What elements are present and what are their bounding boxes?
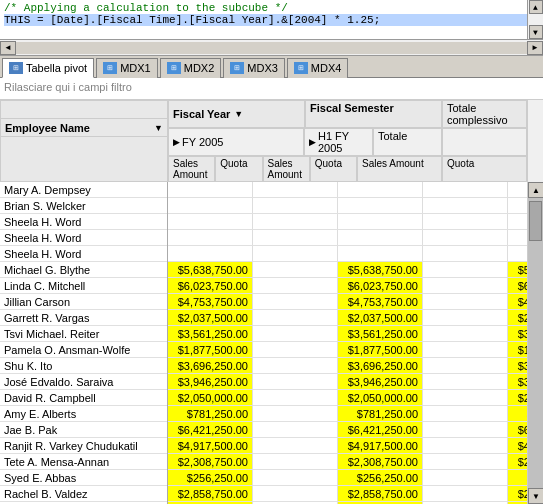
cell-r0-c3 (423, 182, 508, 197)
tab-mdx2-label: MDX2 (184, 62, 215, 74)
cell-r10-c1 (253, 342, 338, 357)
cell-r5-c0: $5,638,750.00 (168, 262, 253, 277)
employee-row-1: Brian S. Welcker (0, 198, 167, 214)
fiscal-year-dropdown[interactable]: ▼ (234, 109, 243, 119)
cell-r19-c1 (253, 486, 338, 501)
sa-tc-header: Sales Amount (357, 156, 442, 182)
cell-r9-c0: $3,561,250.00 (168, 326, 253, 341)
filter-area[interactable]: Rilasciare qui i campi filtro (0, 78, 543, 100)
totale-cell: Totale (373, 128, 442, 156)
cell-r15-c0: $6,421,250.00 (168, 422, 253, 437)
cell-r3-c4 (508, 230, 527, 245)
cell-r16-c1 (253, 438, 338, 453)
cell-r0-c4 (508, 182, 527, 197)
cell-r8-c4: $2,037,500.00 (508, 310, 527, 325)
cell-r12-c2: $3,946,250.00 (338, 374, 423, 389)
column-headers: Employee Name ▼ Fiscal Year ▼ Fiscal Sem… (0, 100, 543, 182)
cell-r14-c3 (423, 406, 508, 421)
data-row-3 (168, 230, 527, 246)
h-scrollbar[interactable]: ◄ ► (0, 40, 543, 56)
cell-r0-c1 (253, 182, 338, 197)
cell-r4-c2 (338, 246, 423, 261)
cell-r16-c3 (423, 438, 508, 453)
cell-r10-c4: $1,877,500.00 (508, 342, 527, 357)
cell-r7-c2: $4,753,750.00 (338, 294, 423, 309)
scroll-up-arrow[interactable]: ▲ (529, 0, 543, 14)
cell-r7-c0: $4,753,750.00 (168, 294, 253, 309)
cell-r14-c2: $781,250.00 (338, 406, 423, 421)
cell-r18-c4: $256,250.00 (508, 470, 527, 485)
cell-r17-c0: $2,308,750.00 (168, 454, 253, 469)
cell-r10-c3 (423, 342, 508, 357)
totale-complessivo-empty (442, 128, 527, 156)
vscroll-down[interactable]: ▼ (528, 488, 543, 504)
data-row-1 (168, 198, 527, 214)
mdx2-icon: ⊞ (167, 62, 181, 74)
cell-r18-c3 (423, 470, 508, 485)
totale-complessivo-label: Totale complessivo (447, 102, 508, 126)
cell-r0-c2 (338, 182, 423, 197)
data-row-17: $2,308,750.00$2,308,750.00$2,308,750.00 (168, 454, 527, 470)
vscroll-up[interactable]: ▲ (528, 182, 543, 198)
cell-r7-c3 (423, 294, 508, 309)
scroll-left-arrow[interactable]: ◄ (0, 41, 16, 55)
cell-r3-c2 (338, 230, 423, 245)
data-row-6: $6,023,750.00$6,023,750.00$6,023,750.00 (168, 278, 527, 294)
tab-mdx3[interactable]: ⊞ MDX3 (223, 58, 285, 78)
mdx3-icon: ⊞ (230, 62, 244, 74)
sort-dropdown[interactable]: ▼ (154, 123, 163, 133)
tab-mdx2[interactable]: ⊞ MDX2 (160, 58, 222, 78)
cell-r2-c0 (168, 214, 253, 229)
sa-totale-header: Sales Amount (263, 156, 310, 182)
employee-row-8: Garrett R. Vargas (0, 310, 167, 326)
employee-row-18: Syed E. Abbas (0, 470, 167, 486)
cell-r6-c2: $6,023,750.00 (338, 278, 423, 293)
scroll-right-arrow[interactable]: ► (527, 41, 543, 55)
cell-r19-c4: $2,858,750.00 (508, 486, 527, 501)
employee-row-5: Michael G. Blythe (0, 262, 167, 278)
cell-r7-c4: $4,753,750.00 (508, 294, 527, 309)
tab-mdx1[interactable]: ⊞ MDX1 (96, 58, 158, 78)
data-rows-area: Mary A. DempseyBrian S. WelckerSheela H.… (0, 182, 543, 504)
filter-placeholder: Rilasciare qui i campi filtro (4, 81, 132, 93)
h1-expand-icon[interactable]: ▶ (309, 137, 316, 147)
pivot-table-wrapper: Employee Name ▼ Fiscal Year ▼ Fiscal Sem… (0, 100, 543, 504)
q-h1-header: Quota (215, 156, 262, 182)
cell-r5-c4: $5,638,750.00 (508, 262, 527, 277)
data-row-16: $4,917,500.00$4,917,500.00$4,917,500.00 (168, 438, 527, 454)
cell-r11-c0: $3,696,250.00 (168, 358, 253, 373)
employee-names-list: Mary A. DempseyBrian S. WelckerSheela H.… (0, 182, 167, 504)
cell-r13-c2: $2,050,000.00 (338, 390, 423, 405)
tab-pivot-label: Tabella pivot (26, 62, 87, 74)
employee-row-19: Rachel B. Valdez (0, 486, 167, 502)
pivot-main: Employee Name ▼ Fiscal Year ▼ Fiscal Sem… (0, 100, 543, 504)
data-row-4 (168, 246, 527, 262)
cell-r12-c1 (253, 374, 338, 389)
cell-r2-c3 (423, 214, 508, 229)
tab-mdx4[interactable]: ⊞ MDX4 (287, 58, 349, 78)
cell-r19-c2: $2,858,750.00 (338, 486, 423, 501)
data-row-2 (168, 214, 527, 230)
tabs-bar: ⊞ Tabella pivot ⊞ MDX1 ⊞ MDX2 ⊞ MDX3 ⊞ M… (0, 56, 543, 78)
right-headers: Fiscal Year ▼ Fiscal Semester Totale com… (168, 100, 527, 182)
cell-r4-c3 (423, 246, 508, 261)
expand-icon[interactable]: ▶ (173, 137, 180, 147)
mdx1-icon: ⊞ (103, 62, 117, 74)
scroll-down-arrow[interactable]: ▼ (529, 25, 543, 39)
code-scrollbar[interactable]: ▲ ▼ (527, 0, 543, 39)
h1fy2005-cell: ▶ H1 FY 2005 (304, 128, 373, 156)
tab-pivot[interactable]: ⊞ Tabella pivot (2, 58, 94, 78)
cell-r6-c4: $6,023,750.00 (508, 278, 527, 293)
totale-label: Totale (378, 130, 407, 142)
cell-r8-c3 (423, 310, 508, 325)
cell-r2-c1 (253, 214, 338, 229)
fy2005-label: FY 2005 (182, 136, 223, 148)
tab-mdx4-label: MDX4 (311, 62, 342, 74)
employee-row-17: Tete A. Mensa-Annan (0, 454, 167, 470)
vscroll-track[interactable] (528, 198, 543, 488)
q-tc-label: Quota (447, 158, 474, 169)
employee-row-13: David R. Campbell (0, 390, 167, 406)
data-values-list: $5,638,750.00$5,638,750.00$5,638,750.00$… (168, 182, 527, 504)
vscroll-thumb[interactable] (529, 201, 542, 241)
v-scrollbar[interactable]: ▲ ▼ (527, 182, 543, 504)
